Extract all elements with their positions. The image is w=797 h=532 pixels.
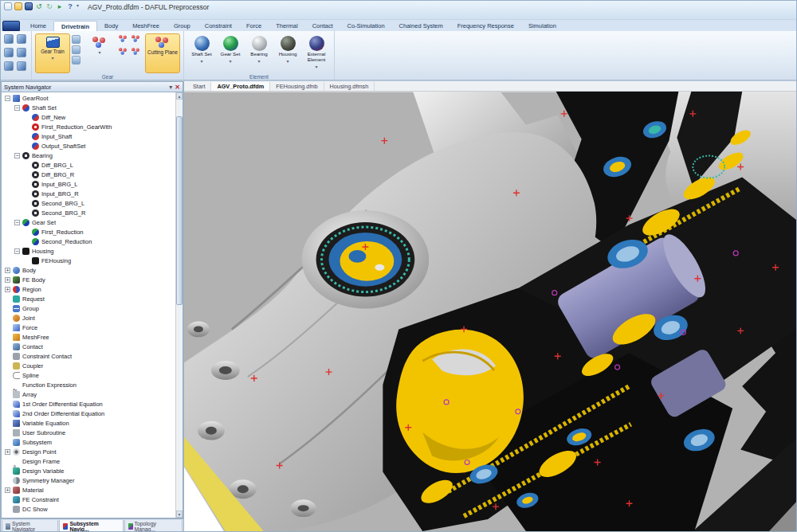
ribbon-tab[interactable]: Chained System	[392, 21, 450, 31]
tree-item[interactable]: Region	[2, 284, 175, 294]
tree-expander-icon[interactable]	[14, 153, 20, 158]
tree-item[interactable]: Material	[2, 485, 175, 495]
tree-item[interactable]: Subsystem	[2, 437, 175, 447]
tree-item[interactable]: Second_BRG_R	[2, 208, 175, 217]
scroll-thumb[interactable]	[176, 116, 183, 305]
element-button[interactable]: Gear Set ▾	[216, 33, 245, 73]
tree-item[interactable]: Contact	[2, 342, 175, 351]
tree-expander-icon[interactable]	[5, 487, 10, 493]
tree-item[interactable]: Design Point	[2, 447, 175, 456]
tool-icon[interactable]	[17, 48, 26, 57]
tree-item[interactable]: FEHousing	[2, 256, 175, 265]
tree-item[interactable]: Housing	[2, 246, 175, 256]
tree-expander-icon[interactable]	[14, 105, 20, 111]
tree-item[interactable]: Array	[2, 389, 175, 399]
quick-access-icon[interactable]: ?	[66, 2, 74, 10]
quick-access-icon[interactable]: ↺	[35, 2, 43, 10]
tree-item[interactable]: Bearing	[2, 151, 175, 160]
element-button[interactable]: Shaft Set ▾	[187, 33, 216, 73]
tool-icon[interactable]	[4, 61, 14, 71]
tool-icon[interactable]	[119, 35, 130, 46]
ribbon-tab[interactable]: Thermal	[269, 21, 305, 31]
tree-item[interactable]: Symmetry Manager	[2, 475, 175, 485]
ribbon-tab[interactable]: Contact	[305, 21, 340, 31]
quick-access-icon[interactable]	[14, 2, 22, 10]
tree-item[interactable]: Design Variable	[2, 466, 175, 475]
tree-expander-icon[interactable]	[5, 268, 10, 273]
tree-item[interactable]: Diff_BRG_R	[2, 170, 175, 179]
tree-expander-icon[interactable]	[5, 96, 10, 101]
ribbon-tab[interactable]: Group	[167, 21, 198, 31]
tree-expander-icon[interactable]	[14, 248, 20, 254]
tool-icon[interactable]	[132, 48, 143, 59]
tree-item[interactable]: Input_Shaft	[2, 131, 175, 141]
tree-item[interactable]: First_Reduction	[2, 227, 175, 237]
tree-item[interactable]: FE Constraint	[2, 495, 175, 504]
tree-item[interactable]: FE Body	[2, 275, 175, 284]
document-tab[interactable]: Start	[187, 82, 211, 91]
tree-item[interactable]: 1st Order Differential Equation	[2, 399, 175, 409]
tree-item[interactable]: Diff_New	[2, 112, 175, 122]
quick-access-icon[interactable]: ▸	[56, 2, 64, 10]
tool-icon[interactable]	[132, 35, 143, 46]
ribbon-tab[interactable]: Simulation	[521, 21, 563, 31]
tool-icon[interactable]	[72, 45, 80, 54]
scroll-down-icon[interactable]: ▼	[176, 510, 183, 518]
tree-item[interactable]: User Subroutine	[2, 428, 175, 437]
tree-item[interactable]: Second_Reduction	[2, 237, 175, 246]
tree-item[interactable]: Gear Set	[2, 217, 175, 227]
chevron-down-icon[interactable]: ▾	[77, 2, 79, 8]
ribbon-tab[interactable]: Frequency Response	[450, 21, 521, 31]
tree-item[interactable]: Coupler	[2, 361, 175, 370]
tree-item[interactable]: Constraint Contact	[2, 351, 175, 361]
ribbon-tab[interactable]: Constraint	[198, 21, 239, 31]
tree-item[interactable]: Variable Equation	[2, 418, 175, 428]
tree-item[interactable]: Spline	[2, 370, 175, 380]
tree-item[interactable]: MeshFree	[2, 332, 175, 342]
document-tab[interactable]: Housing.dfmsh	[324, 82, 375, 91]
element-button[interactable]: Bearing ▾	[245, 33, 273, 73]
tree-item[interactable]: Group	[2, 303, 175, 313]
gear-train-button[interactable]: Gear Train ▾	[35, 33, 70, 73]
navigator-tab[interactable]: System Navigator	[2, 520, 58, 532]
close-icon[interactable]: ✕	[175, 84, 180, 91]
tool-icon[interactable]	[119, 48, 130, 59]
document-tab[interactable]: AGV_Proto.dfdm	[211, 82, 270, 91]
cutting-plane-button[interactable]: Cutting Plane	[145, 33, 180, 73]
tree-item[interactable]: Function Expression	[2, 380, 175, 389]
tree-item[interactable]: Second_BRG_L	[2, 198, 175, 208]
ribbon-tab[interactable]: Home	[23, 21, 53, 31]
tool-icon[interactable]	[72, 35, 80, 44]
tree-item[interactable]: 2nd Order Differential Equation	[2, 409, 175, 418]
quick-access-icon[interactable]: ↻	[45, 2, 53, 10]
ribbon-tab[interactable]: Force	[239, 21, 269, 31]
ribbon-tab[interactable]: MeshFree	[125, 21, 167, 31]
tree-item[interactable]: GearRoot	[2, 93, 175, 103]
quick-access-icon[interactable]	[4, 2, 12, 10]
viewport-canvas[interactable]	[184, 92, 796, 531]
element-button[interactable]: Housing ▾	[273, 33, 302, 73]
document-tab[interactable]: FEHousing.dfnb	[270, 82, 324, 91]
tool-icon[interactable]	[17, 61, 26, 71]
tree-item[interactable]: Shaft Set	[2, 103, 175, 112]
tool-icon[interactable]	[4, 34, 14, 44]
tree-scrollbar[interactable]: ▲ ▼	[175, 92, 183, 518]
tree-item[interactable]: Input_BRG_L	[2, 179, 175, 189]
quick-access-icon[interactable]	[25, 2, 33, 10]
tree-item[interactable]: Design Frame	[2, 456, 175, 466]
tree-item[interactable]: Joint	[2, 313, 175, 323]
tree-item[interactable]: Diff_BRG_L	[2, 160, 175, 170]
tree-item[interactable]: DC Show	[2, 504, 175, 514]
tool-icon[interactable]	[4, 48, 14, 57]
tree-expander-icon[interactable]	[14, 220, 20, 225]
tree-expander-icon[interactable]	[5, 449, 10, 455]
tree-item[interactable]: Input_BRG_R	[2, 189, 175, 198]
navigator-tab[interactable]: Topology Manag...	[124, 520, 183, 532]
assembly-button[interactable]: ▾	[82, 33, 117, 73]
pin-icon[interactable]: ▾	[169, 84, 172, 91]
tree-item[interactable]: Request	[2, 294, 175, 303]
tree-item[interactable]: Force	[2, 323, 175, 332]
element-button[interactable]: External Element ▾	[302, 33, 331, 73]
file-menu-button[interactable]	[2, 21, 20, 31]
tree-item[interactable]: First_Reduction_GearWith	[2, 122, 175, 131]
